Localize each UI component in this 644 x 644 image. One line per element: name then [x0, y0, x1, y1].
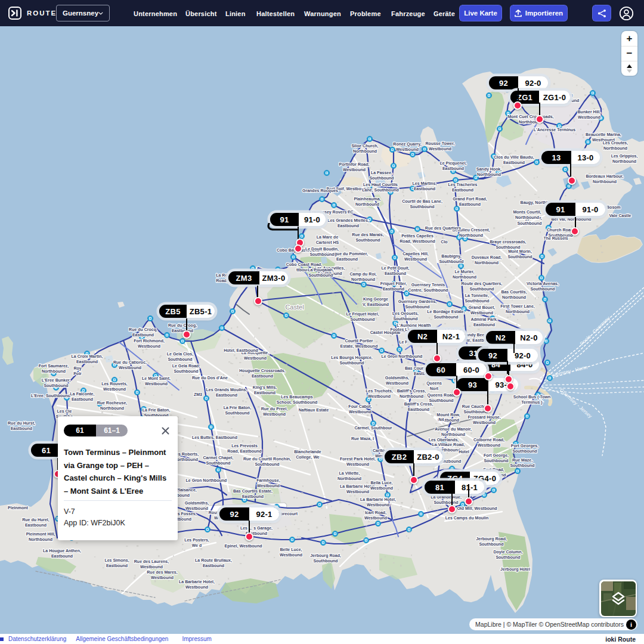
svg-text:Baubigny,Southbound: Baubigny,Southbound — [439, 254, 463, 264]
svg-text:La Mare deCarteret HS: La Mare deCarteret HS — [316, 235, 339, 244]
svg-text:Bas Courtils,Northbound: Bas Courtils,Northbound — [501, 290, 527, 299]
svg-text:The Russels: The Russels — [543, 236, 568, 240]
svg-text:N4: N4 — [439, 417, 444, 422]
svg-text:Rousse Tower,Westbound: Rousse Tower,Westbound — [426, 141, 455, 151]
svg-text:Doyle Column,Southbound: Doyle Column,Southbound — [493, 550, 522, 559]
svg-text:Icart Road,Westbound: Icart Road,Westbound — [364, 510, 387, 520]
svg-text:Le Gron Northbound: Le Gron Northbound — [186, 478, 227, 482]
svg-text:Goldsmiths,Westbound: Goldsmiths,Westbound — [385, 376, 410, 385]
svg-text:L'Eree Bunker,Southbound: L'Eree Bunker,Southbound — [42, 378, 71, 388]
svg-text:Goldsmiths,Westbound: Goldsmiths,Westbound — [185, 501, 209, 510]
svg-text:Colborne Road,Westbound: Colborne Road,Westbound — [473, 438, 504, 447]
svg-text:Portinfor Road,Westbound: Portinfor Road,Westbound — [339, 162, 370, 172]
svg-text:Carmel Chapel,Southbound: Carmel Chapel,Southbound — [203, 456, 234, 465]
svg-text:L'Ancresse Terminus: L'Ancresse Terminus — [534, 128, 576, 132]
svg-text:Duveaux Road,Northbound: Duveaux Road,Northbound — [472, 255, 502, 265]
svg-text:Bel Val, Northbound: Bel Val, Northbound — [552, 217, 592, 222]
svg-text:King's Mills,Eastbound: King's Mills,Eastbound — [253, 385, 277, 395]
svg-text:Le Murier,Northbound: Le Murier,Northbound — [453, 270, 476, 279]
svg-text:Camp du Roi,Northbound: Camp du Roi,Northbound — [349, 272, 376, 281]
svg-text:Jerbourg Hotel: Jerbourg Hotel — [500, 567, 530, 572]
svg-text:BlanchelandeCollege, We: BlanchelandeCollege, We — [294, 450, 321, 460]
svg-text:Rue Maza, I: Rue Maza, I — [351, 436, 374, 441]
svg-text:Vale Castle: Vale Castle — [609, 213, 631, 218]
svg-text:Les Camps du Moulin: Les Camps du Moulin — [445, 516, 488, 521]
svg-text:RoyPoir: RoyPoir — [73, 366, 82, 376]
svg-text:Four Cabot,Westbound: Four Cabot,Westbound — [348, 404, 371, 414]
svg-text:Balliff's Cross,Eastbound: Balliff's Cross,Eastbound — [404, 402, 434, 411]
svg-text:Rue du Preel,Westbound: Rue du Preel,Westbound — [261, 407, 288, 416]
svg-text:Ronez Quarry,Westbound: Ronez Quarry,Westbound — [393, 142, 421, 151]
svg-text:Le Gron Northbound: Le Gron Northbound — [382, 354, 423, 358]
svg-text:La Villette,Northbound: La Villette,Northbound — [338, 471, 361, 481]
svg-text:Rue du Hurel,Eastbound: Rue du Hurel,Eastbound — [22, 518, 49, 527]
svg-text:Les Truchots,Westbound: Les Truchots,Westbound — [366, 389, 393, 398]
svg-text:Hotel, Eastbound: Hotel, Eastbound — [224, 348, 258, 353]
svg-text:Co: Co — [456, 359, 462, 363]
svg-text:Rue Rocheuse,Northbound: Rue Rocheuse,Northbound — [97, 401, 128, 410]
svg-text:Bunker Hill,Westbound: Bunker Hill,Westbound — [578, 110, 601, 119]
svg-text:Plainheauma,Northbound: Plainheauma,Northbound — [354, 197, 380, 206]
svg-text:Victoria Avenas,Southbound: Victoria Avenas,Southbound — [527, 281, 559, 291]
svg-text:Naftiaux Estate: Naftiaux Estate — [299, 408, 329, 412]
svg-text:Sandy Hook,Northbound: Sandy Hook,Northbound — [476, 167, 501, 177]
svg-text:Les Rouvets,Westbound: Les Rouvets,Westbound — [101, 382, 128, 391]
svg-text:Les PrevostsRoad, Eastbound: Les PrevostsRoad, Eastbound — [227, 444, 262, 454]
svg-text:Pleinmont: Pleinmont — [8, 506, 29, 510]
svg-text:Grand Bouet,Westbound: Grand Bouet,Westbound — [469, 305, 495, 315]
svg-text:Footes La: Footes La — [390, 327, 410, 332]
svg-text:Rue du Crocq,Eastbound: Rue du Crocq,Eastbound — [129, 327, 157, 337]
svg-text:Les Oeouets,Southbound: Les Oeouets,Southbound — [392, 311, 419, 321]
svg-text:Balliff's Cross,Northbound: Balliff's Cross,Northbound — [397, 389, 426, 398]
svg-text:La Frie Baton,Southbound: La Frie Baton,Southbound — [224, 405, 252, 415]
svg-text:La Passee,Southbound: La Passee,Southbound — [369, 171, 394, 180]
svg-text:King GeorgeV, Eastbound: King GeorgeV, Eastbound — [363, 297, 389, 307]
svg-text:Fort George,Southbound: Fort George,Southbound — [484, 453, 509, 463]
svg-text:Le Petit Douit,Eastbound: Le Petit Douit,Eastbound — [381, 266, 409, 275]
svg-text:Capelles Hill,Westbound: Capelles Hill,Westbound — [402, 252, 429, 261]
svg-text:L'Eree, Southbound: L'Eree, Southbound — [31, 394, 70, 398]
svg-text:Les Haut CourtilsLane, Southbo: Les Haut CourtilsLane, Southbound — [362, 182, 398, 193]
svg-text:ZM3: ZM3 — [194, 392, 202, 397]
svg-text:Courtil PortierEstate, Westbou: Courtil PortierEstate, Westbound — [340, 339, 378, 349]
svg-text:Carmel, Southbour: Carmel, Southbour — [354, 426, 392, 431]
svg-text:Les BeaucampsSchool, Southboun: Les BeaucampsSchool, Southbound — [277, 395, 317, 405]
svg-text:Le Mont Saint,Westbound: Le Mont Saint,Westbound — [142, 376, 171, 386]
svg-text:Les TracheriesEastbound: Les TracheriesEastbound — [448, 182, 477, 192]
svg-text:Clo: Clo — [441, 240, 447, 244]
svg-text:Epinel, Westbound: Epinel, Westbound — [225, 544, 262, 549]
svg-text:Grandes Rocques: Grandes Rocques — [302, 188, 338, 193]
svg-text:Old Mill, Westbound: Old Mill, Westbound — [457, 506, 497, 511]
svg-text:Siloe Church,Northbound: Siloe Church,Northbound — [351, 144, 378, 153]
svg-text:La Grande Rue,Southbound: La Grande Rue,Southbound — [431, 495, 462, 504]
svg-text:Queens Road,Southbound: Queens Road,Southbound — [427, 393, 455, 402]
svg-text:Rue des Marais,Southbound: Rue des Marais,Southbound — [352, 233, 383, 242]
svg-text:La Tonnelle,Southbound: La Tonnelle,Southbound — [465, 293, 489, 303]
svg-text:Les Buttes, Eastbound: Les Buttes, Eastbound — [192, 435, 237, 440]
svg-text:Pleinmont Hill,Northbound: Pleinmont Hill,Northbound — [26, 532, 55, 541]
svg-text:Jerbourg Road,Southbound: Jerbourg Road,Southbound — [310, 553, 341, 563]
svg-text:Le Picquenel,Eastbound: Le Picquenel,Eastbound — [439, 161, 466, 171]
svg-text:Port Georges,Southbound: Port Georges,Southbound — [511, 444, 538, 453]
svg-text:Belle Luce,Westbound: Belle Luce,Westbound — [280, 547, 302, 557]
svg-text:Les Croutes,Northbound: Les Croutes,Northbound — [603, 141, 628, 150]
svg-text:Rue du Dos d'Ane: Rue du Dos d'Ane — [192, 376, 228, 380]
svg-text:Hotel: Hotel — [459, 450, 469, 454]
svg-text:Les Martins,Eastbound: Les Martins,Eastbound — [413, 181, 437, 191]
svg-text:La Falconte,Eastbound: La Falconte,Eastbound — [70, 392, 95, 401]
svg-text:Jerbourg Road,Southbound: Jerbourg Road,Southbound — [476, 537, 507, 546]
svg-text:Rue Maze,Southbound: Rue Maze,Southbound — [510, 458, 534, 467]
svg-text:Friquet Filter,Eastbound: Friquet Filter,Eastbound — [380, 281, 407, 291]
svg-text:Les Grippios,Northbound: Les Grippios,Northbound — [611, 154, 638, 163]
svg-text:Admiral Park,Eastbound: Admiral Park,Eastbound — [470, 317, 497, 327]
svg-text:Rue des Quartiers: Rue des Quartiers — [425, 226, 461, 231]
svg-text:Guernsey TennisCentre, Southbo: Guernsey TennisCentre, Southbound — [408, 283, 448, 293]
svg-text:Fort Richmond,Westbound: Fort Richmond,Westbound — [134, 339, 165, 348]
svg-text:Le Gela Road,Southbound: Le Gela Road,Southbound — [172, 364, 200, 373]
svg-text:Rue du Hurst,Eastbound: Rue du Hurst,Eastbound — [8, 421, 35, 431]
svg-text:Le Gela Clos,Southbound: Le Gela Clos,Southbound — [167, 352, 193, 361]
svg-text:Rue des Mares,Westbound: Rue des Mares,Westbound — [147, 570, 177, 580]
svg-text:Mont Morin,Southbound: Mont Morin,Southbound — [507, 249, 532, 259]
svg-text:Bella Luce,Westbound: Bella Luce,Westbound — [370, 481, 393, 490]
svg-text:La Pouqalah,Southbound: La Pouqalah,Southbound — [308, 268, 334, 277]
